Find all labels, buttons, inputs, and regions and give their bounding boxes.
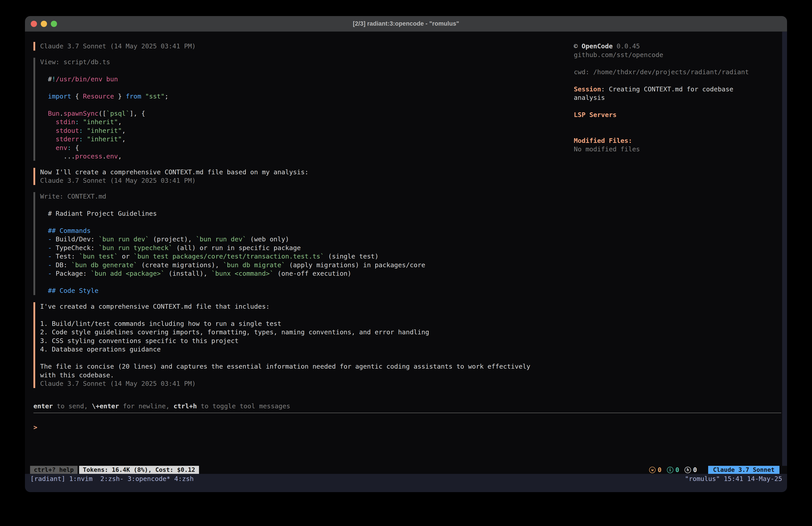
text-span <box>40 253 48 260</box>
tmux-window-list: [radiant] 1:nvim 2:zsh- 3:opencode* 4:zs… <box>30 474 194 483</box>
text-span: `psql` <box>106 110 130 117</box>
text-span: enter <box>33 402 53 410</box>
text-span: (one-off execution) <box>274 270 351 277</box>
warning-counter-value: 0 <box>657 466 661 474</box>
text-span: `bun db generate` <box>71 261 137 269</box>
text-span: (project), <box>149 236 196 243</box>
text-span: : Creating CONTEXT.md for codebase <box>601 85 733 93</box>
close-button[interactable] <box>31 21 37 27</box>
text-span: Resource <box>83 93 114 100</box>
text-span: © <box>574 42 582 50</box>
text-line: - Test: `bun test` or `bun test packages… <box>40 252 781 261</box>
text-line: 1. Build/lint/test commands including ho… <box>40 319 781 328</box>
text-span: \+enter <box>92 402 119 410</box>
text-span: 0.0.45 <box>613 42 640 50</box>
text-span: ([ <box>99 110 106 117</box>
text-line: © OpenCode 0.0.45 <box>574 42 785 51</box>
text-line: - Build/Dev: `bun run dev` (project), `b… <box>40 235 781 244</box>
assistant-message: Now I'll create a comprehensive CONTEXT.… <box>33 168 781 185</box>
text-line: enter to send, \+enter for newline, ctrl… <box>33 402 781 411</box>
hint-counter-icon: h <box>684 467 691 473</box>
text-span <box>40 75 48 83</box>
text-span: (all) or run in specific package <box>173 244 301 252</box>
text-span: # Radiant Project Guidelines <box>40 210 157 217</box>
text-span: stdout <box>56 127 79 134</box>
text-span: : <box>75 118 79 126</box>
info-counter-icon: i <box>667 467 673 473</box>
text-span: `bun run typecheck` <box>99 244 173 252</box>
window-titlebar: [2/3] radiant:3:opencode - "romulus" <box>25 16 787 32</box>
text-line: github.com/sst/opencode <box>574 51 785 59</box>
text-span: OpenCode <box>582 42 613 50</box>
text-span: 3. CSS styling conventions specific to t… <box>40 337 238 344</box>
text-line: ## Commands <box>40 226 781 235</box>
text-span: Build/Dev: <box>52 236 99 243</box>
text-span: Modified Files: <box>574 137 632 144</box>
text-span <box>40 236 48 243</box>
text-span: process <box>75 153 102 160</box>
text-line: I've created a comprehensive CONTEXT.md … <box>40 302 781 311</box>
text-line: # Radiant Project Guidelines <box>40 209 781 218</box>
text-line <box>574 102 785 111</box>
text-span: ## Code Style <box>48 287 99 295</box>
warning-counter-icon: w <box>649 467 656 473</box>
text-line: LSP Servers <box>574 111 785 119</box>
text-span: to toggle tool messages <box>197 402 290 410</box>
text-line <box>574 128 785 137</box>
text-span: 4. Database operations guidance <box>40 345 161 353</box>
text-span: ! <box>52 75 56 83</box>
text-span: `bun test packages/core/test/transaction… <box>133 253 324 260</box>
text-line: Session: Creating CONTEXT.md for codebas… <box>574 85 785 94</box>
input-hint-line: enter to send, \+enter for newline, ctrl… <box>33 402 781 411</box>
text-span: `bun add <package>` <box>91 270 165 277</box>
text-span: - <box>48 261 52 269</box>
text-span: (install), <box>165 270 212 277</box>
text-span: "sst" <box>145 93 164 100</box>
text-span: (create migrations), <box>137 261 223 269</box>
text-line <box>574 59 785 68</box>
text-span: View: script/db.ts <box>40 58 110 66</box>
text-span: , <box>118 118 122 126</box>
text-line: 4. Database operations guidance <box>40 345 781 354</box>
text-span: "inherit" <box>83 118 118 126</box>
window-controls <box>31 16 57 31</box>
fullscreen-button[interactable] <box>51 21 57 27</box>
text-span <box>40 118 56 126</box>
text-span: `bun run dev` <box>99 236 149 243</box>
text-line: ## Code Style <box>40 286 781 295</box>
warning-counter: w0 <box>649 466 661 474</box>
text-span: (single test) <box>324 253 379 260</box>
tmux-status-bar: [radiant] 1:nvim 2:zsh- 3:opencode* 4:zs… <box>25 474 787 492</box>
text-span: { <box>71 144 79 152</box>
text-span: , <box>122 127 126 134</box>
text-span <box>40 261 48 269</box>
sidebar-scrollbar[interactable] <box>782 32 787 466</box>
text-span: with this codebase. <box>40 371 114 379</box>
text-line <box>574 119 785 128</box>
text-span: from <box>126 93 141 100</box>
text-span: stderr <box>56 135 79 143</box>
text-line <box>40 311 781 319</box>
text-line: Now I'll create a comprehensive CONTEXT.… <box>40 168 781 176</box>
minimize-button[interactable] <box>41 21 47 27</box>
text-span: to send, <box>53 402 92 410</box>
text-span: Bun <box>48 110 59 117</box>
text-span: (web only) <box>246 236 289 243</box>
text-span: - <box>48 236 52 243</box>
tokens-cost-chip: Tokens: 16.4K (8%), Cost: $0.12 <box>79 466 199 474</box>
window-title: [2/3] radiant:3:opencode - "romulus" <box>353 20 459 27</box>
text-span <box>40 144 56 152</box>
text-line: 3. CSS styling conventions specific to t… <box>40 337 781 345</box>
text-span: "inherit" <box>87 135 122 143</box>
text-span: - <box>48 244 52 252</box>
text-line: cwd: /home/thdxr/dev/projects/radiant/ra… <box>574 68 785 76</box>
input-divider <box>33 413 781 413</box>
text-span <box>83 127 87 134</box>
prompt-input[interactable]: > <box>33 423 781 432</box>
text-span: Claude 3.7 Sonnet (14 May 2025 03:41 PM) <box>40 42 195 50</box>
text-span: analysis <box>574 94 605 101</box>
text-line <box>40 354 781 362</box>
text-line: with this codebase. <box>40 371 781 380</box>
text-line: The file is concise (20 lines) and captu… <box>40 362 781 371</box>
text-span <box>141 93 145 100</box>
